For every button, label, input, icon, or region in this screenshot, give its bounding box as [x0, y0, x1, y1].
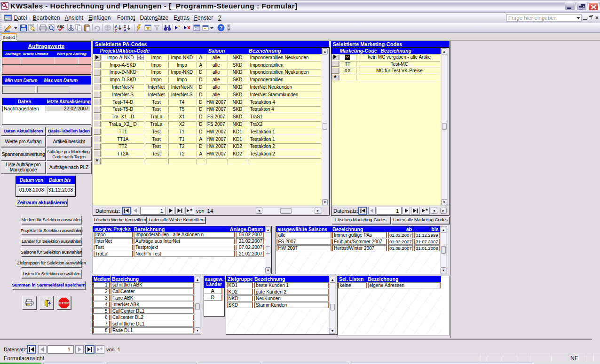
- svg-text:STOP: STOP: [59, 301, 69, 305]
- svg-text:*: *: [204, 27, 206, 31]
- svg-text:*: *: [100, 346, 103, 353]
- svg-text:?: ?: [220, 25, 222, 31]
- svg-text:A: A: [124, 28, 126, 32]
- svg-text:*: *: [178, 25, 180, 30]
- svg-text:*: *: [426, 208, 428, 214]
- svg-text:ABC: ABC: [57, 24, 65, 29]
- svg-text:*: *: [190, 208, 193, 214]
- svg-text:Z: Z: [115, 28, 117, 32]
